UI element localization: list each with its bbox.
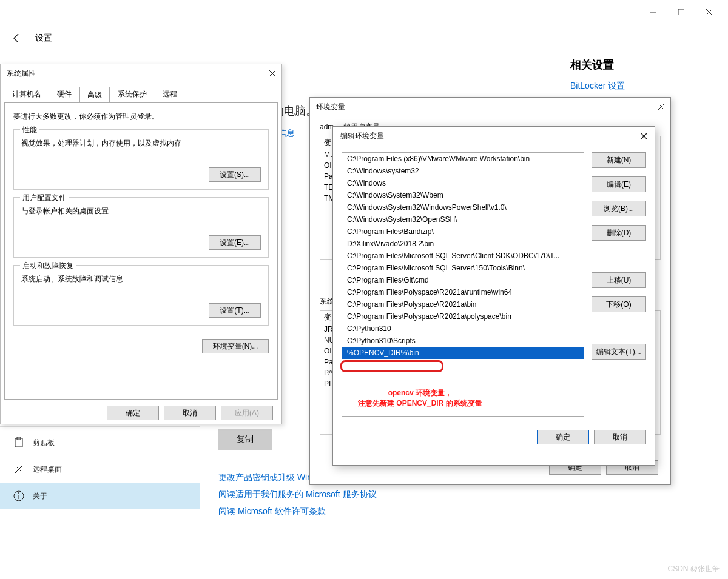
group-title: 启动和故障恢复 (20, 261, 76, 271)
move-down-button[interactable]: 下移(O) (592, 296, 646, 312)
close-button[interactable] (695, 2, 723, 22)
cancel-button[interactable]: 取消 (164, 406, 216, 420)
close-icon[interactable] (641, 133, 647, 139)
env-var-button[interactable]: 环境变量(N)... (202, 339, 269, 353)
path-item[interactable]: %OPENCV_DIR%\bin (342, 347, 584, 359)
sidebar-about[interactable]: 关于 (0, 483, 200, 509)
maximize-button[interactable] (667, 2, 695, 22)
watermark: CSDN @张世争 (667, 564, 720, 574)
tab-computername[interactable]: 计算机名 (4, 86, 49, 102)
back-icon[interactable] (11, 33, 22, 44)
path-item[interactable]: C:\Windows\System32\OpenSSH\ (342, 213, 584, 226)
path-item[interactable]: C:\Windows\system32 (342, 165, 584, 177)
cancel-button[interactable]: 取消 (594, 430, 646, 444)
sidebar-clipboard[interactable]: 剪贴板 (11, 429, 200, 456)
delete-button[interactable]: 删除(D) (592, 225, 646, 241)
annotation-text: opencv 环境变量， 注意先新建 OPENCV_DIR 的系统变量 (358, 388, 482, 409)
dialog-title: 系统属性 (7, 69, 36, 79)
admin-hint: 要进行大多数更改，你必须作为管理员登录。 (13, 112, 269, 122)
startup-settings-button[interactable]: 设置(T)... (209, 303, 261, 318)
path-item[interactable]: C:\Program Files\Polyspace\R2021a\runtim… (342, 286, 584, 298)
group-title: 性能 (20, 125, 39, 135)
sidebar-remote[interactable]: 远程桌面 (11, 456, 200, 483)
sysprop-tabs: 计算机名 硬件 高级 系统保护 远程 (1, 82, 281, 102)
link-license-terms[interactable]: 阅读 Microsoft 软件许可条款 (218, 506, 710, 517)
sidebar-item-label: 剪贴板 (33, 438, 55, 448)
bitlocker-link[interactable]: BitLocker 设置 (570, 81, 710, 92)
related-heading: 相关设置 (570, 58, 710, 72)
profile-settings-button[interactable]: 设置(E)... (209, 235, 261, 250)
group-title: 用户配置文件 (20, 193, 69, 203)
tab-protect[interactable]: 系统保护 (110, 86, 155, 102)
copy-button[interactable]: 复制 (218, 429, 272, 450)
titlebar (0, 0, 728, 24)
svg-rect-1 (678, 9, 684, 15)
profile-group: 用户配置文件 与登录帐户相关的桌面设置 设置(E)... (13, 197, 269, 258)
path-item[interactable]: D:\Xilinx\Vivado\2018.2\bin (342, 238, 584, 250)
move-up-button[interactable]: 上移(U) (592, 272, 646, 288)
tab-remote[interactable]: 远程 (155, 86, 185, 102)
tab-advanced[interactable]: 高级 (79, 87, 110, 103)
close-icon[interactable] (269, 70, 275, 76)
path-item[interactable]: C:\Program Files\Git\cmd (342, 274, 584, 286)
path-item[interactable]: C:\Program Files\Polyspace\R2021a\polysp… (342, 310, 584, 323)
edit-button[interactable]: 编辑(E) (592, 176, 646, 192)
clipboard-icon (13, 437, 24, 448)
browse-button[interactable]: 浏览(B)... (592, 201, 646, 216)
sidebar-item-label: 关于 (33, 491, 47, 501)
svg-point-10 (18, 492, 19, 494)
link-service-agreement[interactable]: 阅读适用于我们服务的 Microsoft 服务协议 (218, 489, 710, 500)
new-button[interactable]: 新建(N) (592, 152, 646, 168)
path-item[interactable]: C:\Windows\System32\Wbem (342, 189, 584, 201)
path-item[interactable]: C:\Program Files\Microsoft SQL Server\15… (342, 262, 584, 274)
edit-environment-variable-dialog: 编辑环境变量 C:\Program Files (x86)\VMware\VMw… (332, 126, 655, 466)
group-text: 视觉效果，处理器计划，内存使用，以及虚拟内存 (21, 138, 261, 149)
path-item[interactable]: C:\Windows\System32\WindowsPowerShell\v1… (342, 201, 584, 213)
path-item[interactable]: C:\Program Files (x86)\VMware\VMware Wor… (342, 153, 584, 165)
dialog-title: 环境变量 (316, 102, 345, 112)
close-icon[interactable] (658, 104, 664, 110)
path-item[interactable]: C:\Python310 (342, 323, 584, 335)
edit-text-button[interactable]: 编辑文本(T)... (592, 344, 646, 360)
path-item[interactable]: C:\Windows (342, 177, 584, 189)
startup-group: 启动和故障恢复 系统启动、系统故障和调试信息 设置(T)... (13, 265, 269, 326)
info-icon (13, 490, 24, 501)
minimize-button[interactable] (639, 2, 667, 22)
sidebar-item-label: 远程桌面 (33, 464, 62, 475)
dialog-title: 编辑环境变量 (340, 131, 384, 141)
related-settings: 相关设置 BitLocker 设置 (570, 58, 710, 98)
settings-title: 设置 (35, 33, 52, 44)
ok-button[interactable]: 确定 (107, 406, 159, 420)
path-item[interactable]: C:\Python310\Scripts (342, 335, 584, 347)
path-item[interactable]: C:\Program Files\Microsoft SQL Server\Cl… (342, 250, 584, 262)
path-item[interactable]: C:\Program Files\Bandizip\ (342, 226, 584, 238)
remote-icon (13, 464, 24, 475)
perf-settings-button[interactable]: 设置(S)... (209, 167, 261, 182)
system-properties-dialog: 系统属性 计算机名 硬件 高级 系统保护 远程 要进行大多数更改，你必须作为管理… (0, 64, 282, 424)
group-text: 系统启动、系统故障和调试信息 (21, 274, 261, 284)
path-list[interactable]: C:\Program Files (x86)\VMware\VMware Wor… (342, 152, 584, 417)
performance-group: 性能 视觉效果，处理器计划，内存使用，以及虚拟内存 设置(S)... (13, 129, 269, 190)
path-item[interactable]: C:\Program Files\Polyspace\R2021a\bin (342, 298, 584, 310)
group-text: 与登录帐户相关的桌面设置 (21, 206, 261, 216)
ok-button[interactable]: 确定 (537, 430, 589, 444)
tab-hardware[interactable]: 硬件 (49, 86, 79, 102)
apply-button[interactable]: 应用(A) (221, 406, 273, 420)
